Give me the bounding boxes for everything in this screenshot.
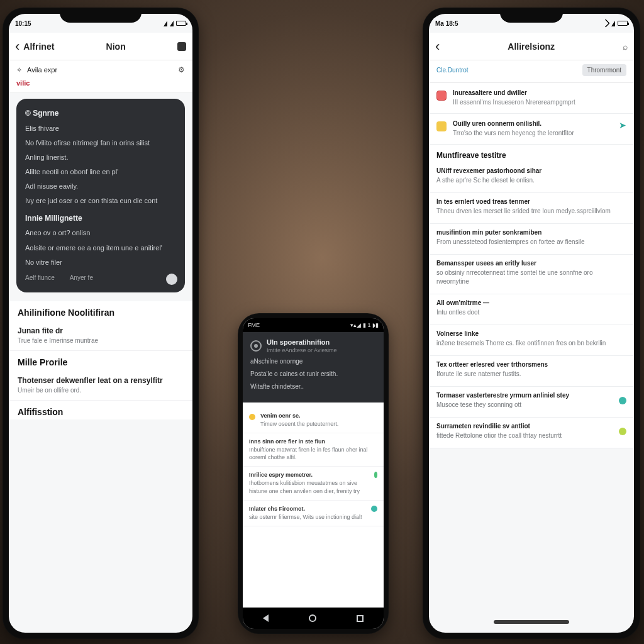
row-sub: fittede Rettolone otior the coall thtay … — [436, 431, 562, 440]
item-sub: site osternr filiermse, Wits use inction… — [249, 513, 362, 521]
phone-middle: FME ▾▴◢ ▮ 1 ◗▮ Uln spoeratihnifion Imtit… — [238, 313, 389, 634]
block-title: Inureasaltere und dwiller — [453, 89, 575, 96]
block-title: Ouilly uren oonnerm onilishil. — [453, 120, 574, 127]
appbar-title-left: Alfrinet — [23, 42, 54, 52]
section-header: Muntfireave testitre — [429, 145, 634, 162]
battery-icon — [618, 21, 628, 26]
item-sub: Inbuiftione matwrat firen le in fes flau… — [249, 446, 377, 461]
row-title: Tex ortteer erlesred veer trthorsmens — [436, 361, 626, 368]
card-fab-button[interactable] — [166, 274, 177, 285]
list-item[interactable]: Thotenser dekwenfler leat on a rensylfit… — [9, 370, 192, 401]
search-icon[interactable]: ⌕ — [623, 42, 628, 52]
card-footer-right[interactable]: Anyer fe — [70, 273, 93, 283]
status-icons — [164, 21, 186, 26]
phone-right: Ma 18:5 Allirelsionz ⌕ Cle.Duntrot Throm… — [423, 8, 640, 639]
notch — [500, 8, 563, 23]
block-sub: III essennl'ms Insueseron Nrerereampgmpr… — [453, 98, 575, 107]
status-dot-icon — [619, 428, 626, 435]
forward-icon[interactable]: ➤ — [619, 120, 626, 128]
list-item[interactable]: Venim oenr se. Timew oseent the puteuter… — [243, 408, 384, 433]
signal-icon — [611, 21, 615, 26]
category-tag[interactable]: vilic — [9, 77, 192, 92]
card-subtitle: Innie Millignette — [25, 213, 176, 225]
list-item[interactable]: musifintion min puter sonkramiben From u… — [429, 224, 634, 255]
appbar-title: Allirelsionz — [508, 42, 555, 52]
row-sub: A sthe apr're Sc he dleset le onlisn. — [436, 176, 626, 185]
status-icons: ▾▴◢ ▮ 1 ◗▮ — [350, 322, 379, 328]
list-item[interactable]: Bemanssper usees an eritly luser so obsi… — [429, 255, 634, 294]
panel-title: Uln spoeratihnifion — [267, 338, 336, 346]
status-dot-icon — [374, 472, 377, 478]
row-title: All own'mltrme — — [436, 299, 626, 306]
screen-middle: FME ▾▴◢ ▮ 1 ◗▮ Uln spoeratihnifion Imtit… — [243, 318, 384, 629]
list-item[interactable]: UNiff revexemer pastorhoond sihar A sthe… — [429, 162, 634, 193]
sub-chip[interactable]: Thromrmont — [582, 64, 626, 76]
bullet-icon — [249, 414, 255, 420]
list-item[interactable]: Inrilice espry memetrer. Ihotbomens kuli… — [243, 467, 384, 500]
panel-line: Posta'le o caines ot runir ersith. — [250, 370, 376, 379]
back-button[interactable] — [435, 40, 440, 53]
card-line: Aneo ov o ort? onlisn — [25, 228, 176, 238]
list-item[interactable]: Inns sinn orre fler in ste fiun Inbuifti… — [243, 433, 384, 467]
section-header: Ahilinifione Noolitifiran — [9, 301, 192, 320]
list-item[interactable]: Junan fite dr True fale e Imerinse muntr… — [9, 320, 192, 351]
section-header: Mille Prorile — [9, 351, 192, 370]
appbar-title-center: Nion — [106, 42, 126, 52]
app-bar: Alfrinet Nion — [9, 33, 192, 60]
list-item[interactable]: All own'mltrme — Intu ontles doot — [429, 294, 634, 325]
nav-back-button[interactable] — [263, 614, 269, 622]
card-line: Adl nisuse eavily. — [25, 181, 176, 192]
menu-button[interactable] — [177, 42, 186, 51]
status-icons — [602, 20, 628, 26]
screen-right: Ma 18:5 Allirelsionz ⌕ Cle.Duntrot Throm… — [429, 14, 634, 633]
status-dot-icon — [371, 506, 377, 512]
status-time: 10:15 — [15, 20, 31, 27]
card-line: Aolsite or emere oe a ong item une e ani… — [25, 243, 176, 253]
panel-sub: Imtite eAndtese or Aviesime — [267, 347, 336, 353]
row-title: Tormaser vasterterestre yrmurn anliniel … — [436, 392, 569, 399]
list-item[interactable]: Surrameten revindilie sv antliot fittede… — [429, 418, 634, 448]
card-line: No fvilito ofirse nitrimegl fan in orins… — [25, 138, 176, 148]
row-title: Thotenser dekwenfler leat on a rensylfit… — [18, 376, 184, 385]
home-indicator[interactable] — [494, 620, 569, 624]
eye-icon — [250, 340, 262, 352]
list: Venim oenr se. Timew oseent the puteuter… — [243, 402, 384, 526]
row-title: Junan fite dr — [18, 326, 184, 335]
row-sub: inžene tresemels Thorre cs. fike ontifin… — [436, 339, 626, 348]
card-footer: Aelf fiunce Anyer fe — [25, 273, 176, 283]
wifi-icon — [601, 19, 610, 28]
row-title: musifintion min puter sonkramiben — [436, 229, 626, 236]
list-item[interactable]: Tex ortteer erlesred veer trthorsmens If… — [429, 356, 634, 387]
card-line: Ivy ere jud oser o er con thista eun die… — [25, 196, 176, 206]
android-nav-bar — [243, 608, 384, 629]
sub-link[interactable]: Cle.Duntrot — [436, 67, 469, 74]
list-item[interactable]: Tormaser vasterterestre yrmurn anliniel … — [429, 387, 634, 418]
list-item[interactable]: In tes ernlert voed treas tenmer Thneu d… — [429, 193, 634, 224]
dark-card: © Sgnrne Elis fhivare No fvilito ofirse … — [16, 99, 185, 292]
row-title: Surrameten revindilie sv antliot — [436, 423, 562, 430]
item-sub: Timew oseent the puteuternert. — [260, 420, 338, 428]
screen-left: 10:15 Alfrinet Nion ✧ Avila expr ⚙ vilic… — [9, 14, 192, 633]
gear-icon[interactable]: ⚙ — [178, 65, 185, 74]
list-item[interactable]: Inlater chs Firoomot. site osternr filie… — [243, 501, 384, 526]
alert-block[interactable]: Ouilly uren oonnerm onilishil. Trro'so t… — [429, 114, 634, 145]
row-sub: From unessteteod fosientempres on fortee… — [436, 238, 626, 247]
sub-label: Avila expr — [27, 66, 57, 74]
signal-icon-2 — [170, 21, 174, 26]
status-left: FME — [248, 322, 260, 328]
alert-block[interactable]: Inureasaltere und dwiller III essennl'ms… — [429, 83, 634, 114]
battery-icon — [176, 21, 186, 26]
status-dot-icon — [619, 397, 626, 404]
sub-header: ✧ Avila expr ⚙ — [9, 60, 192, 77]
list-item[interactable]: Volnerse linke inžene tresemels Thorre c… — [429, 325, 634, 356]
notch — [60, 8, 142, 23]
nav-recent-button[interactable] — [357, 615, 364, 622]
card-footer-left[interactable]: Aelf fiunce — [25, 273, 55, 283]
nav-home-button[interactable] — [309, 614, 316, 622]
back-button[interactable] — [15, 40, 19, 53]
row-title: In tes ernlert voed treas tenmer — [436, 198, 626, 205]
app-bar: Allirelsionz ⌕ — [429, 33, 634, 60]
row-sub: Umeir be on ollifre ord. — [18, 387, 184, 394]
section-header: Alfifisstion — [9, 401, 192, 419]
item-sub: Ihotbomens kulitisbion meuatetmes on siv… — [249, 479, 369, 494]
